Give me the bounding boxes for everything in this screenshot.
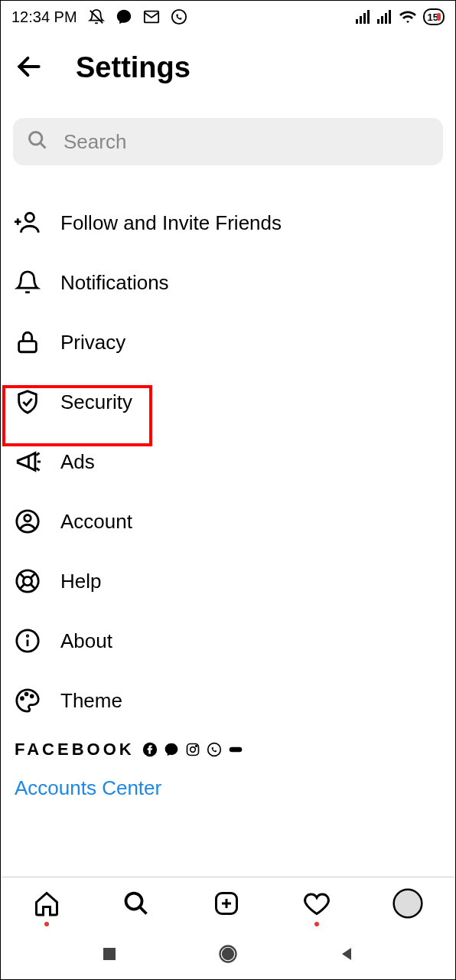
android-nav-bar <box>2 932 454 979</box>
svg-rect-10 <box>389 10 391 24</box>
wifi-icon <box>399 9 417 24</box>
whatsapp-icon <box>171 8 187 25</box>
svg-line-42 <box>140 906 147 913</box>
lock-icon <box>15 329 41 355</box>
menu-item-label: Help <box>60 570 101 593</box>
svg-point-46 <box>394 889 422 917</box>
tab-home[interactable] <box>33 890 60 920</box>
whatsapp-small-icon <box>207 742 222 757</box>
svg-point-12 <box>30 132 42 145</box>
svg-line-28 <box>31 584 35 589</box>
search-input[interactable] <box>64 130 429 154</box>
signal-icon-2 <box>377 10 392 24</box>
tab-search[interactable] <box>122 890 150 920</box>
svg-line-27 <box>20 584 24 589</box>
account-icon <box>15 508 41 534</box>
signal-icon-1 <box>356 10 371 24</box>
tab-create[interactable] <box>213 890 240 920</box>
svg-rect-5 <box>363 13 366 24</box>
gmail-icon <box>143 8 160 25</box>
svg-rect-47 <box>103 948 116 960</box>
messenger-small-icon <box>164 742 179 757</box>
facebook-app-icons <box>142 742 243 757</box>
menu-item-help[interactable]: Help <box>1 551 455 611</box>
menu-item-about[interactable]: About <box>1 611 455 671</box>
svg-rect-9 <box>385 13 387 24</box>
info-icon <box>15 628 41 654</box>
status-time: 12:34 PM <box>11 8 77 26</box>
instagram-small-icon <box>185 742 200 757</box>
menu-item-label: Security <box>60 390 132 414</box>
svg-line-25 <box>20 573 24 578</box>
svg-line-18 <box>36 453 39 456</box>
shield-check-icon <box>15 389 41 415</box>
svg-rect-40 <box>229 747 242 753</box>
page-title: Settings <box>76 51 191 84</box>
menu-item-label: About <box>60 629 112 653</box>
back-button[interactable] <box>15 52 44 84</box>
megaphone-icon <box>15 449 41 475</box>
lifebuoy-icon <box>15 568 41 594</box>
menu-item-label: Ads <box>60 450 95 474</box>
svg-line-20 <box>36 469 39 471</box>
nav-recent[interactable] <box>100 945 119 966</box>
settings-menu: Follow and Invite Friends Notifications … <box>1 193 455 730</box>
svg-point-2 <box>171 10 185 24</box>
svg-point-22 <box>24 515 31 522</box>
menu-item-security[interactable]: Security <box>1 372 455 432</box>
page-header: Settings <box>1 33 455 92</box>
svg-line-13 <box>41 143 46 149</box>
svg-rect-17 <box>19 341 37 352</box>
dnd-icon <box>88 8 105 25</box>
menu-item-label: Account <box>60 510 132 534</box>
svg-point-33 <box>25 693 28 695</box>
menu-item-account[interactable]: Account <box>1 492 455 551</box>
svg-point-41 <box>126 893 142 909</box>
add-person-icon <box>15 210 41 236</box>
menu-item-ads[interactable]: Ads <box>1 432 455 492</box>
bell-icon <box>15 270 41 296</box>
oculus-small-icon <box>228 742 243 757</box>
menu-item-label: Notifications <box>60 271 169 295</box>
svg-rect-4 <box>360 16 362 24</box>
svg-point-37 <box>190 747 195 753</box>
svg-point-38 <box>195 746 197 747</box>
battery-indicator: 15 <box>423 8 445 25</box>
svg-point-14 <box>25 213 34 221</box>
svg-point-23 <box>17 570 38 592</box>
svg-rect-8 <box>381 16 383 24</box>
menu-item-theme[interactable]: Theme <box>1 671 455 730</box>
facebook-icon <box>142 742 158 757</box>
nav-home[interactable] <box>217 943 239 968</box>
svg-point-34 <box>31 695 33 697</box>
menu-item-notifications[interactable]: Notifications <box>1 253 455 312</box>
svg-point-32 <box>21 697 24 700</box>
palette-icon <box>15 688 41 714</box>
messenger-icon <box>116 8 132 25</box>
facebook-branding: FACEBOOK <box>1 730 455 764</box>
menu-item-privacy[interactable]: Privacy <box>1 312 455 372</box>
menu-item-label: Follow and Invite Friends <box>60 211 282 235</box>
svg-line-26 <box>31 573 35 578</box>
notification-dot <box>314 922 319 926</box>
menu-item-label: Theme <box>60 689 122 713</box>
svg-point-49 <box>223 949 233 959</box>
accounts-center-link[interactable]: Accounts Center <box>1 764 455 812</box>
svg-point-24 <box>23 577 31 585</box>
notification-dot <box>44 922 49 926</box>
facebook-wordmark: FACEBOOK <box>15 740 135 760</box>
svg-rect-3 <box>356 19 358 24</box>
search-icon <box>27 129 48 154</box>
bottom-tab-bar <box>2 877 454 932</box>
nav-back[interactable] <box>337 945 356 966</box>
tab-activity[interactable] <box>303 890 331 920</box>
status-bar: 12:34 PM 15 <box>1 1 455 33</box>
menu-item-label: Privacy <box>60 331 125 354</box>
menu-item-follow-invite[interactable]: Follow and Invite Friends <box>1 193 455 253</box>
tab-profile[interactable] <box>392 888 423 922</box>
svg-rect-6 <box>367 10 370 24</box>
svg-point-39 <box>207 743 220 756</box>
svg-point-31 <box>27 635 28 636</box>
svg-rect-7 <box>377 19 379 24</box>
search-container[interactable] <box>13 118 443 165</box>
